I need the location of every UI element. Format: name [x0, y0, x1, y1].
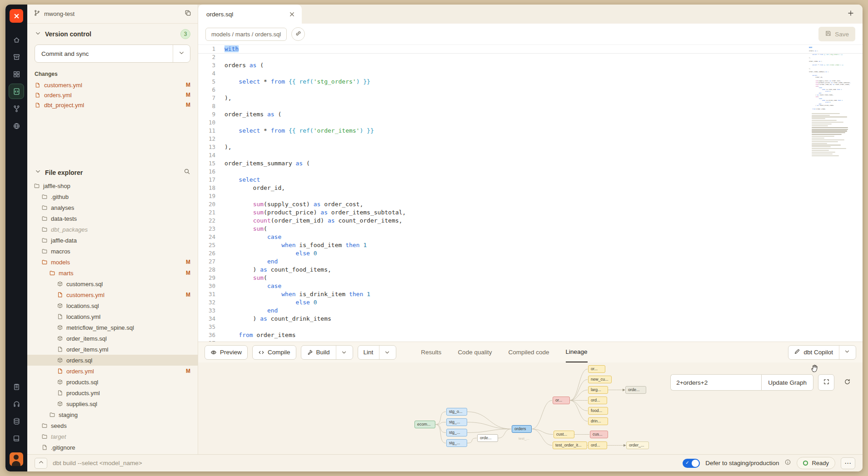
code-line-13[interactable]: 13), [198, 143, 863, 151]
lint-dropdown[interactable] [379, 346, 390, 359]
tree-item-dbt_packages[interactable]: dbt_packages [27, 224, 198, 235]
defer-toggle[interactable]: ✓ [683, 459, 700, 468]
rail-book[interactable] [9, 431, 24, 446]
lineage-node-drin[interactable]: drin... [588, 417, 608, 425]
rail-database[interactable] [9, 413, 24, 429]
tree-item-staging[interactable]: staging [27, 409, 198, 420]
code-line-26[interactable]: 26 else 0 [198, 249, 863, 258]
code-line-22[interactable]: 22 count(order_item_id) as count_order_i… [198, 217, 863, 225]
code-line-11[interactable]: 11 select * from {{ ref('order_items') }… [198, 127, 863, 135]
commit-and-sync-button[interactable]: Commit and sync [35, 45, 190, 63]
file-link-button[interactable] [291, 27, 305, 41]
lineage-node-orpink[interactable]: or... [553, 397, 570, 404]
code-line-29[interactable]: 29 sum( [198, 274, 863, 282]
lineage-node-ory[interactable]: or... [588, 365, 605, 373]
tree-item-data-tests[interactable]: data-tests [27, 213, 198, 224]
changed-file-customers.yml[interactable]: customers.ymlM [35, 80, 190, 90]
code-line-10[interactable]: 10 [198, 119, 863, 127]
rail-clipboard[interactable] [9, 379, 24, 394]
tree-item-supplies.sql[interactable]: supplies.sql [27, 398, 198, 409]
code-line-34[interactable]: 34 ) as count_drink_items [198, 315, 863, 323]
tree-item-jaffle-data[interactable]: jaffle-data [27, 235, 198, 246]
tab-results[interactable]: Results [421, 342, 441, 362]
new-tab-button[interactable] [847, 10, 854, 19]
code-line-33[interactable]: 33 end [198, 307, 863, 315]
preview-button[interactable]: Preview [205, 345, 248, 360]
lineage-selector-input[interactable] [670, 374, 761, 391]
tree-item-jaffle-shop[interactable]: jaffle-shop [27, 180, 198, 191]
tree-item-products.yml[interactable]: products.yml [27, 387, 198, 398]
lineage-node-food[interactable]: food... [588, 407, 608, 415]
dbt-copilot-button[interactable]: dbt Copilot [788, 345, 856, 360]
code-line-30[interactable]: 30 case [198, 282, 863, 290]
tab-lineage[interactable]: Lineage [566, 342, 588, 362]
save-button[interactable]: Save [818, 27, 855, 41]
tree-item-seeds[interactable]: seeds [27, 420, 198, 431]
tree-item-orders.yml[interactable]: orders.ymlM [27, 366, 198, 377]
code-line-17[interactable]: 17 select [198, 176, 863, 184]
build-button[interactable]: Build [301, 345, 353, 360]
code-line-28[interactable]: 28 ) as count_food_items, [198, 266, 863, 274]
lineage-node-stg1[interactable]: stg_o... [446, 408, 467, 416]
tree-item-order_items.yml[interactable]: order_items.yml [27, 344, 198, 355]
code-line-5[interactable]: 5 select * from {{ ref('stg_orders') }} [198, 78, 863, 86]
more-options-button[interactable]: ⋯ [841, 457, 855, 469]
code-line-31[interactable]: 31 when is_drink_item then 1 [198, 290, 863, 298]
tree-item-analyses[interactable]: analyses [27, 202, 198, 213]
copy-icon[interactable] [185, 10, 191, 18]
code-line-27[interactable]: 27 end [198, 258, 863, 266]
tree-item-customers.sql[interactable]: customers.sql [27, 278, 198, 289]
lineage-node-ord2[interactable]: ord... [588, 441, 607, 449]
code-line-32[interactable]: 32 else 0 [198, 298, 863, 307]
code-line-3[interactable]: 3orders as ( [198, 61, 863, 69]
rail-globe[interactable] [9, 118, 24, 134]
lineage-node-ghost[interactable]: test_... [516, 435, 537, 443]
editor-tab-orders.sql[interactable]: orders.sql [198, 5, 302, 24]
expand-command-bar-button[interactable] [35, 458, 47, 469]
code-line-12[interactable]: 12 [198, 135, 863, 143]
lint-button[interactable]: Lint [358, 345, 397, 360]
search-icon[interactable] [184, 168, 190, 177]
code-line-9[interactable]: 9order_items as ( [198, 110, 863, 119]
tree-item-locations.yml[interactable]: locations.yml [27, 311, 198, 322]
chevron-down-icon[interactable] [35, 168, 41, 177]
build-dropdown[interactable] [336, 346, 347, 359]
tree-item-metricflow_time_spine.sql[interactable]: metricflow_time_spine.sql [27, 322, 198, 333]
code-line-20[interactable]: 20 sum(supply_cost) as order_cost, [198, 200, 863, 208]
update-graph-button[interactable]: Update Graph [761, 374, 813, 391]
commit-dropdown[interactable] [173, 45, 190, 62]
copilot-dropdown[interactable] [839, 346, 850, 359]
dbt-command-input[interactable] [53, 460, 677, 466]
tree-item-customers.yml[interactable]: customers.ymlM [27, 289, 198, 300]
user-avatar[interactable] [10, 452, 23, 466]
fullscreen-button[interactable] [818, 374, 834, 391]
code-line-35[interactable]: 35 [198, 323, 863, 331]
close-tab-button[interactable] [289, 11, 295, 18]
code-line-23[interactable]: 23 sum( [198, 225, 863, 233]
lineage-node-orderlast[interactable]: order_... [626, 441, 649, 449]
code-line-16[interactable]: 16 [198, 168, 863, 176]
tree-item-locations.sql[interactable]: locations.sql [27, 300, 198, 311]
status-badge[interactable]: Ready [797, 457, 835, 469]
chevron-down-icon[interactable] [35, 30, 41, 39]
lineage-node-larg[interactable]: larg... [588, 386, 608, 394]
lineage-node-newcu[interactable]: new_cu... [588, 376, 612, 383]
tree-item-products.sql[interactable]: products.sql [27, 377, 198, 387]
code-editor[interactable]: 1with23orders as (45 select * from {{ re… [198, 45, 863, 342]
tree-item-models[interactable]: modelsM [27, 257, 198, 268]
rail-grid[interactable] [9, 66, 24, 82]
code-line-37[interactable]: 37 [198, 339, 863, 342]
lineage-panel[interactable]: ecom...stg_o...stg_...stg_...stg_...orde… [198, 362, 863, 454]
tree-item-.gitignore[interactable]: .gitignore [27, 442, 198, 453]
tab-code-quality[interactable]: Code quality [458, 342, 492, 362]
lineage-node-orders[interactable]: orders [512, 425, 532, 433]
code-line-1[interactable]: 1with [198, 45, 863, 53]
tree-item-order_items.sql[interactable]: order_items.sql [27, 333, 198, 344]
rail-archive[interactable] [9, 49, 24, 64]
code-line-2[interactable]: 2 [198, 53, 863, 61]
dbt-logo[interactable] [10, 9, 23, 23]
info-icon[interactable] [784, 459, 791, 467]
tree-item-target[interactable]: target [27, 431, 198, 442]
code-line-6[interactable]: 6 [198, 86, 863, 94]
rail-code-editor[interactable] [9, 84, 24, 99]
